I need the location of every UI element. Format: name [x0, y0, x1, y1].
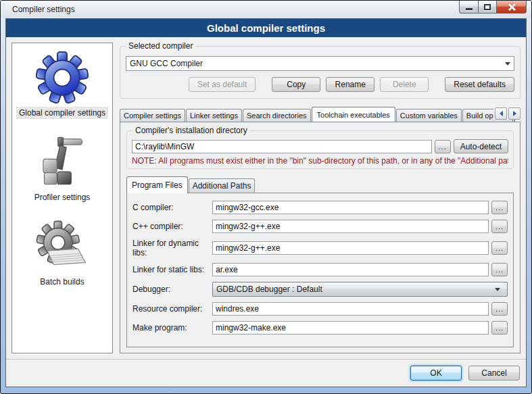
installation-note: NOTE: All programs must exist either in …	[132, 156, 508, 166]
window-controls	[460, 1, 527, 14]
browse-button[interactable]: ...	[491, 302, 508, 316]
field-row-resource-compiler: Resource compiler: ...	[132, 302, 508, 316]
copy-button[interactable]: Copy	[272, 77, 320, 92]
cancel-button[interactable]: Cancel	[468, 366, 520, 380]
set-as-default-button[interactable]: Set as default	[189, 77, 256, 92]
window-title: Compiler settings	[12, 5, 75, 14]
close-icon	[508, 3, 516, 11]
dialog-footer: OK Cancel	[6, 359, 526, 387]
tab-scroll-right-button[interactable]	[508, 107, 521, 120]
toolchain-executables-panel: Compiler's installation directory ... Au…	[120, 122, 521, 353]
compiler-settings-window: Compiler settings Global compiler settin…	[0, 0, 532, 394]
field-row-cpp-compiler: C++ compiler: ...	[132, 220, 508, 233]
titlebar: Compiler settings	[1, 1, 531, 18]
minimize-button[interactable]	[459, 1, 479, 14]
tab-custom-variables[interactable]: Custom variables	[396, 109, 462, 122]
installation-directory-group: Compiler's installation directory ... Au…	[126, 130, 514, 169]
dynamic-linker-input[interactable]	[212, 241, 489, 255]
tab-scrollers	[493, 107, 521, 120]
arrow-right-icon	[513, 111, 516, 116]
compiler-tabs: Compiler settings Linker settings Search…	[120, 105, 521, 122]
sidebar-item-label: Batch builds	[38, 276, 86, 287]
dialog: Global compiler settings	[5, 18, 527, 387]
browse-button[interactable]: ...	[491, 201, 508, 214]
compiler-select-value: GNU GCC Compiler	[126, 59, 502, 68]
auto-detect-button[interactable]: Auto-detect	[454, 139, 508, 153]
sidebar-item-label: Global compiler settings	[17, 107, 107, 118]
chevron-down-icon	[502, 62, 514, 66]
compiler-select[interactable]: GNU GCC Compiler	[126, 56, 514, 71]
tab-linker-settings[interactable]: Linker settings	[186, 109, 242, 122]
field-row-static-linker: Linker for static libs: ...	[132, 263, 508, 276]
program-tabs: Program Files Additional Paths	[126, 177, 514, 193]
tab-program-files[interactable]: Program Files	[126, 176, 188, 193]
browse-button[interactable]: ...	[491, 241, 508, 255]
c-compiler-input[interactable]	[212, 201, 489, 214]
installation-directory-legend: Compiler's installation directory	[132, 126, 250, 135]
restore-button[interactable]	[478, 1, 497, 14]
batch-builds-gear-icon	[36, 220, 89, 273]
field-label: Resource compiler:	[132, 304, 212, 314]
sidebar-item-profiler-settings[interactable]: Profiler settings	[32, 136, 93, 203]
restore-icon	[484, 4, 491, 10]
program-files-panel: C compiler: ... C++ compiler: ... Linker…	[126, 193, 514, 347]
field-label: C++ compiler:	[132, 222, 212, 231]
tab-search-directories[interactable]: Search directories	[243, 109, 311, 122]
field-row-c-compiler: C compiler: ...	[132, 201, 508, 214]
sidebar-item-global-compiler-settings[interactable]: Global compiler settings	[17, 51, 107, 118]
blue-gear-icon	[36, 51, 89, 104]
selected-compiler-group: Selected compiler GNU GCC Compiler Set a…	[120, 46, 521, 99]
page-title: Global compiler settings	[6, 19, 526, 37]
resource-compiler-input[interactable]	[212, 302, 489, 316]
settings-category-list: Global compiler settings	[11, 43, 113, 353]
field-label: Make program:	[132, 323, 212, 333]
profiler-caliper-icon	[36, 136, 89, 189]
browse-button[interactable]: ...	[491, 220, 508, 233]
field-label: C compiler:	[132, 203, 212, 212]
tab-compiler-settings[interactable]: Compiler settings	[120, 109, 185, 122]
field-row-debugger: Debugger: GDB/CDB debugger : Default	[132, 282, 508, 297]
rename-button[interactable]: Rename	[326, 77, 374, 92]
sidebar-item-batch-builds[interactable]: Batch builds	[36, 220, 89, 287]
field-row-make-program: Make program: ...	[132, 321, 508, 335]
debugger-select[interactable]: GDB/CDB debugger : Default	[212, 282, 508, 297]
selected-compiler-legend: Selected compiler	[126, 41, 195, 51]
browse-button[interactable]: ...	[491, 263, 508, 276]
browse-directory-button[interactable]: ...	[435, 140, 451, 153]
field-label: Debugger:	[132, 285, 212, 294]
reset-defaults-button[interactable]: Reset defaults	[445, 77, 514, 92]
delete-button[interactable]: Delete	[380, 77, 429, 92]
tab-scroll-left-button[interactable]	[495, 107, 507, 120]
cpp-compiler-input[interactable]	[212, 220, 489, 233]
tab-toolchain-executables[interactable]: Toolchain executables	[312, 107, 395, 122]
sidebar-item-label: Profiler settings	[32, 192, 93, 203]
tab-additional-paths[interactable]: Additional Paths	[189, 178, 256, 193]
chevron-down-icon	[491, 288, 504, 291]
installation-directory-input[interactable]	[132, 140, 432, 153]
static-linker-input[interactable]	[212, 263, 489, 276]
field-label: Linker for dynamic libs:	[132, 239, 212, 257]
minimize-icon	[466, 8, 473, 10]
make-program-input[interactable]	[212, 321, 489, 335]
close-button[interactable]	[496, 1, 527, 14]
field-row-dynamic-linker: Linker for dynamic libs: ...	[132, 239, 508, 257]
arrow-left-icon	[500, 111, 503, 116]
debugger-select-value: GDB/CDB debugger : Default	[216, 285, 491, 294]
ok-button[interactable]: OK	[410, 366, 462, 380]
browse-button[interactable]: ...	[491, 321, 508, 335]
field-label: Linker for static libs:	[132, 265, 212, 274]
